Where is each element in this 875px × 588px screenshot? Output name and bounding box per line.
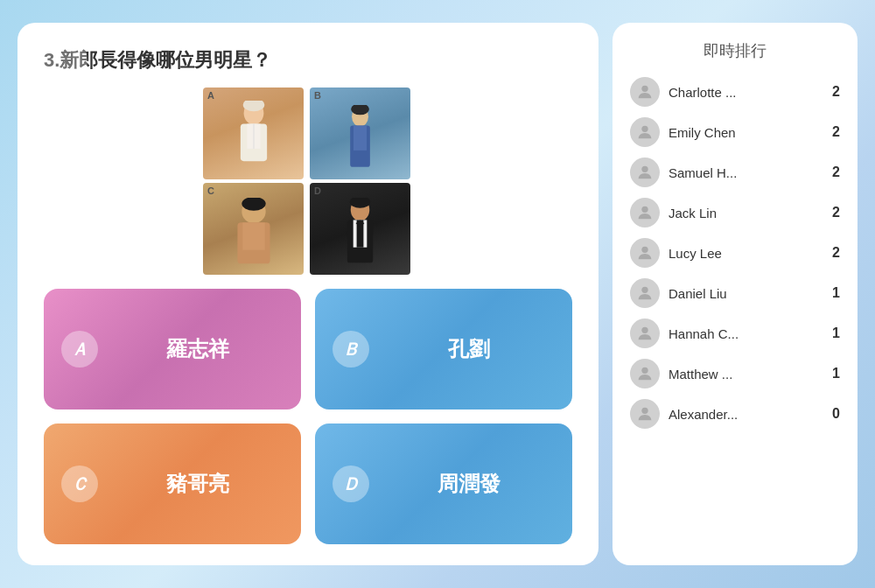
image-label-d: D	[314, 186, 321, 196]
player-score: 1	[822, 326, 840, 341]
image-label-c: C	[207, 186, 214, 196]
answer-badge-a: Ａ	[61, 331, 98, 368]
avatar	[630, 238, 660, 268]
avatar	[630, 359, 660, 388]
svg-point-22	[641, 206, 648, 213]
svg-point-26	[641, 368, 648, 374]
svg-point-24	[641, 287, 648, 293]
player-name: Lucy Lee	[668, 246, 814, 261]
image-option-b: B	[310, 88, 410, 179]
player-name: Charlotte ...	[668, 85, 814, 100]
svg-point-27	[641, 408, 648, 414]
svg-point-25	[641, 327, 648, 333]
leaderboard-row: Jack Lin2	[626, 192, 844, 233]
image-option-c: C	[203, 183, 304, 275]
image-option-d: D	[310, 183, 410, 275]
leaderboard-row: Samuel H...2	[626, 152, 844, 192]
player-score: 0	[822, 406, 840, 422]
player-score: 2	[822, 124, 840, 140]
svg-point-23	[641, 247, 648, 253]
svg-rect-8	[353, 126, 366, 150]
answer-badge-c: Ｃ	[61, 466, 98, 502]
svg-rect-12	[242, 222, 264, 249]
image-option-a: A	[203, 88, 304, 179]
image-label-a: A	[207, 90, 214, 101]
image-grid: A B	[203, 88, 413, 275]
player-name: Jack Lin	[668, 206, 814, 220]
image-label-b: B	[314, 90, 321, 101]
answer-text-b: 孔劉	[383, 335, 555, 363]
player-name: Hannah C...	[668, 326, 814, 341]
player-score: 2	[822, 164, 840, 180]
player-score: 2	[822, 84, 840, 100]
leaderboard-row: Matthew ...1	[626, 354, 844, 394]
answer-text-d: 周潤發	[383, 470, 555, 498]
answer-text-c: 豬哥亮	[112, 470, 284, 498]
leaderboard-row: Daniel Liu1	[626, 273, 844, 313]
figure-a	[228, 101, 280, 179]
player-name: Daniel Liu	[668, 286, 814, 301]
figure-b	[340, 105, 380, 179]
answer-button-c[interactable]: Ｃ 豬哥亮	[44, 424, 301, 544]
answer-button-a[interactable]: Ａ 羅志祥	[44, 289, 301, 410]
answer-badge-b: Ｂ	[332, 331, 369, 368]
question-title: 3.新郎長得像哪位男明星？	[44, 47, 572, 74]
player-score: 1	[822, 366, 840, 382]
leaderboard-row: Charlotte ...2	[626, 72, 844, 112]
main-container: 3.新郎長得像哪位男明星？ A B	[18, 23, 858, 565]
leaderboard-row: Hannah C...1	[626, 313, 844, 354]
avatar	[630, 318, 660, 348]
avatar	[630, 117, 660, 147]
leaderboard-row: Lucy Lee2	[626, 233, 844, 273]
leaderboard-list: Charlotte ...2Emily Chen2Samuel H...2Jac…	[626, 72, 844, 434]
avatar	[630, 198, 660, 228]
leaderboard-row: Emily Chen2	[626, 112, 844, 152]
answer-text-a: 羅志祥	[112, 335, 284, 363]
avatar	[630, 158, 660, 187]
player-name: Samuel H...	[668, 165, 814, 180]
player-name: Matthew ...	[668, 367, 814, 382]
avatar	[630, 399, 660, 429]
svg-point-20	[641, 126, 648, 132]
avatar	[630, 77, 660, 107]
answer-button-b[interactable]: Ｂ 孔劉	[315, 289, 572, 410]
answers-grid: Ａ 羅志祥 Ｂ 孔劉 Ｃ 豬哥亮 Ｄ 周潤發	[44, 289, 572, 544]
answer-button-d[interactable]: Ｄ 周潤發	[315, 424, 572, 544]
avatar	[630, 278, 660, 308]
player-score: 2	[822, 205, 840, 220]
question-panel: 3.新郎長得像哪位男明星？ A B	[18, 23, 598, 565]
leaderboard-row: Alexander...0	[626, 394, 844, 434]
leaderboard-title: 即時排行	[626, 40, 844, 61]
player-score: 1	[822, 285, 840, 301]
figure-d	[336, 198, 384, 275]
figure-c	[223, 198, 284, 275]
player-score: 2	[822, 245, 840, 261]
svg-point-21	[641, 166, 648, 172]
svg-point-19	[641, 86, 648, 92]
answer-badge-d: Ｄ	[332, 466, 369, 502]
leaderboard-panel: 即時排行 Charlotte ...2Emily Chen2Samuel H..…	[612, 23, 858, 565]
player-name: Emily Chen	[668, 125, 814, 140]
player-name: Alexander...	[668, 407, 814, 422]
